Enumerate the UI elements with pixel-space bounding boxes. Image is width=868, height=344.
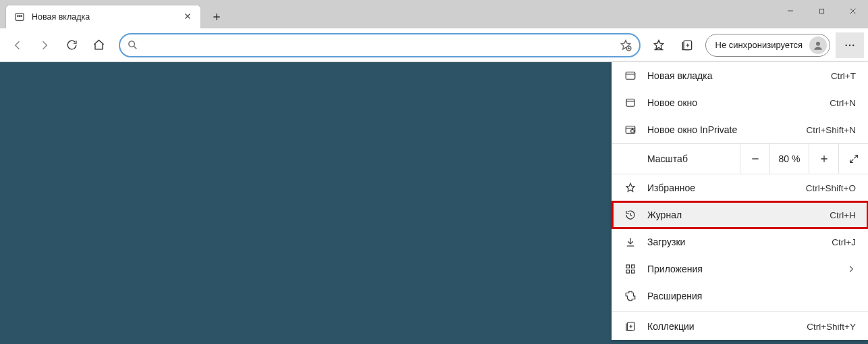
titlebar: Новая вкладка bbox=[0, 0, 868, 28]
menu-zoom: Масштаб 80 % bbox=[612, 143, 868, 174]
menu-new-window[interactable]: Новое окно Ctrl+N bbox=[612, 89, 868, 116]
menu-item-shortcut: Ctrl+Shift+Y bbox=[807, 322, 856, 332]
svg-point-8 bbox=[816, 41, 820, 45]
collections-icon bbox=[624, 320, 636, 333]
add-favorite-icon[interactable] bbox=[619, 39, 632, 52]
svg-point-2 bbox=[19, 16, 20, 17]
sync-status-label: Не синхронизируется bbox=[715, 40, 803, 50]
menu-item-label: Расширения bbox=[647, 291, 856, 301]
download-icon bbox=[624, 236, 636, 248]
menu-new-inprivate[interactable]: Новое окно InPrivate Ctrl+Shift+N bbox=[612, 116, 868, 143]
forward-button[interactable] bbox=[31, 32, 58, 59]
menu-apps[interactable]: Приложения bbox=[612, 255, 868, 282]
new-window-icon bbox=[624, 97, 636, 109]
menu-item-label: Журнал bbox=[647, 210, 830, 220]
zoom-out-button[interactable] bbox=[740, 143, 769, 174]
tab-title: Новая вкладка bbox=[32, 12, 183, 22]
home-button[interactable] bbox=[85, 32, 112, 59]
svg-point-1 bbox=[18, 16, 19, 17]
menu-favorites[interactable]: Избранное Ctrl+Shift+O bbox=[612, 174, 868, 201]
menu-item-label: Новая вкладка bbox=[647, 70, 831, 81]
menu-item-label: Новое окно bbox=[647, 97, 830, 108]
menu-history[interactable]: Журнал Ctrl+H bbox=[612, 201, 868, 228]
window-controls bbox=[775, 0, 868, 22]
svg-rect-18 bbox=[626, 270, 630, 274]
menu-item-label: Загрузки bbox=[647, 237, 832, 247]
menu-item-shortcut: Ctrl+Shift+N bbox=[806, 125, 856, 135]
close-window-button[interactable] bbox=[837, 0, 868, 22]
svg-rect-19 bbox=[632, 270, 635, 274]
zoom-value: 80 % bbox=[769, 143, 809, 174]
svg-point-10 bbox=[849, 44, 850, 45]
collections-button[interactable] bbox=[673, 32, 701, 59]
profile-button[interactable]: Не синхронизируется bbox=[705, 34, 830, 57]
svg-rect-12 bbox=[626, 72, 635, 80]
new-tab-icon bbox=[624, 70, 636, 82]
star-icon bbox=[624, 182, 636, 194]
favorites-button[interactable] bbox=[645, 32, 673, 59]
menu-collections[interactable]: Коллекции Ctrl+Shift+Y bbox=[612, 313, 868, 340]
svg-point-3 bbox=[21, 16, 22, 17]
toolbar: Не синхронизируется bbox=[0, 28, 868, 62]
extensions-icon bbox=[624, 290, 636, 302]
newtab-page-icon bbox=[14, 11, 25, 22]
zoom-in-button[interactable] bbox=[809, 143, 838, 174]
back-button[interactable] bbox=[4, 32, 31, 59]
minimize-button[interactable] bbox=[775, 0, 806, 22]
search-icon bbox=[127, 39, 139, 51]
menu-item-shortcut: Ctrl+H bbox=[830, 210, 856, 220]
menu-item-label: Новое окно InPrivate bbox=[647, 124, 806, 135]
browser-tab[interactable]: Новая вкладка bbox=[5, 5, 201, 28]
svg-rect-17 bbox=[632, 265, 635, 268]
avatar-icon bbox=[809, 36, 827, 54]
close-tab-icon[interactable] bbox=[183, 11, 194, 22]
settings-menu: Новая вкладка Ctrl+T Новое окно Ctrl+N Н… bbox=[612, 62, 868, 340]
zoom-label: Масштаб bbox=[647, 153, 740, 164]
svg-rect-16 bbox=[626, 265, 630, 268]
menu-extensions[interactable]: Расширения bbox=[612, 282, 868, 310]
menu-new-tab[interactable]: Новая вкладка Ctrl+T bbox=[612, 62, 868, 89]
inprivate-icon bbox=[624, 124, 636, 136]
history-icon bbox=[624, 209, 636, 221]
menu-item-shortcut: Ctrl+Shift+O bbox=[806, 183, 856, 193]
svg-point-11 bbox=[852, 44, 854, 45]
menu-item-label: Коллекции bbox=[647, 321, 807, 332]
menu-separator bbox=[612, 311, 868, 312]
chevron-right-icon bbox=[846, 264, 856, 274]
address-input[interactable] bbox=[146, 34, 619, 56]
svg-rect-13 bbox=[626, 99, 634, 107]
menu-downloads[interactable]: Загрузки Ctrl+J bbox=[612, 228, 868, 255]
address-bar[interactable] bbox=[119, 33, 641, 57]
maximize-button[interactable] bbox=[806, 0, 837, 22]
menu-item-shortcut: Ctrl+N bbox=[830, 98, 856, 108]
refresh-button[interactable] bbox=[58, 32, 85, 59]
fullscreen-button[interactable] bbox=[838, 143, 868, 174]
menu-item-label: Приложения bbox=[647, 264, 846, 274]
menu-item-shortcut: Ctrl+J bbox=[832, 237, 856, 247]
menu-item-label: Избранное bbox=[647, 182, 806, 193]
menu-item-shortcut: Ctrl+T bbox=[831, 71, 856, 81]
svg-rect-4 bbox=[819, 9, 823, 13]
more-button[interactable] bbox=[836, 32, 864, 58]
svg-point-9 bbox=[846, 44, 847, 45]
new-tab-button[interactable] bbox=[207, 7, 227, 27]
svg-point-5 bbox=[129, 41, 135, 47]
svg-rect-15 bbox=[631, 130, 634, 132]
apps-icon bbox=[624, 263, 636, 275]
